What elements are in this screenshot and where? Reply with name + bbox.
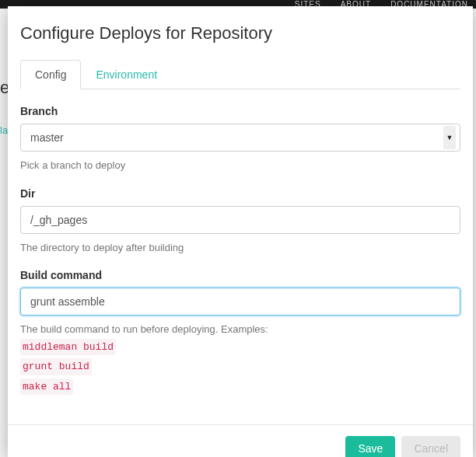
build-help-text: The build command to run before deployin… (20, 323, 268, 335)
build-label: Build command (20, 269, 460, 281)
tab-environment[interactable]: Environment (81, 60, 172, 89)
example-middleman: middleman build (20, 339, 116, 356)
dir-help: The directory to deploy after building (20, 240, 460, 256)
build-group: Build command The build command to run b… (20, 269, 460, 395)
example-make: make all (20, 379, 73, 396)
branch-label: Branch (20, 105, 460, 117)
save-button[interactable]: Save (345, 436, 395, 457)
branch-select[interactable]: master (20, 124, 460, 152)
dir-group: Dir The directory to deploy after buildi… (20, 187, 460, 256)
modal-title: Configure Deploys for Repository (20, 23, 460, 44)
build-command-input[interactable] (20, 288, 460, 316)
example-grunt: grunt build (20, 358, 92, 375)
dir-label: Dir (20, 187, 460, 200)
build-help: The build command to run before deployin… (20, 322, 460, 395)
build-examples: middleman build grunt build make all (20, 337, 460, 396)
background-link-text: la (0, 124, 8, 136)
branch-group: Branch master ▼ Pick a branch to deploy (20, 105, 460, 173)
tab-config[interactable]: Config (20, 60, 81, 89)
modal-footer: Save Cancel (8, 424, 473, 457)
dir-input[interactable] (20, 206, 460, 234)
cancel-button[interactable]: Cancel (401, 436, 460, 457)
modal-header: Configure Deploys for Repository (8, 6, 473, 59)
configure-deploys-modal: Configure Deploys for Repository Config … (8, 6, 473, 457)
branch-select-wrap: master ▼ (20, 124, 460, 152)
tabs: Config Environment (20, 59, 460, 89)
branch-help: Pick a branch to deploy (20, 158, 460, 173)
modal-body: Config Environment Branch master ▼ Pick … (8, 59, 473, 424)
